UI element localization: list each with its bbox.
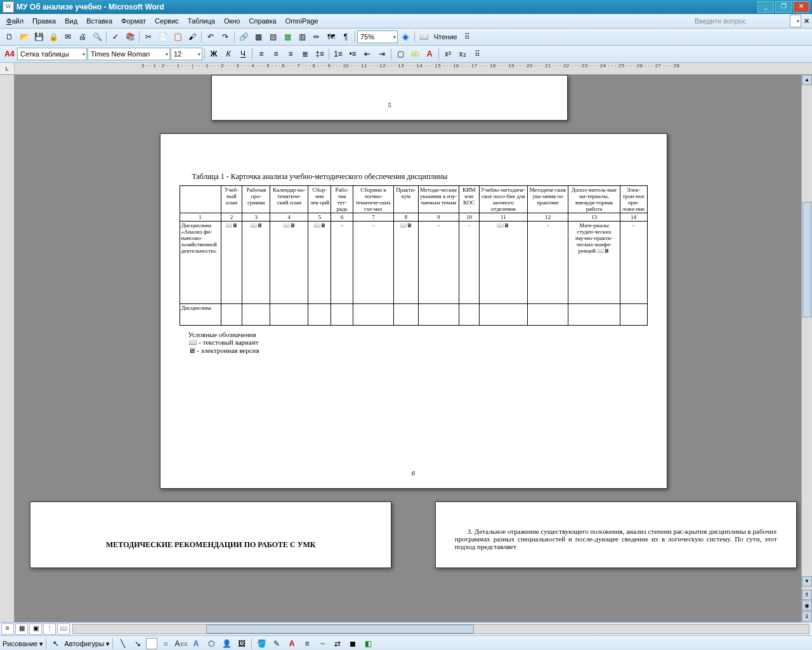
vertical-ruler[interactable] <box>0 75 15 622</box>
subscript-icon[interactable]: x₂ <box>455 47 469 61</box>
arrow-icon[interactable]: ↘ <box>131 637 145 650</box>
tab-selector[interactable]: L <box>0 63 15 74</box>
increase-indent-icon[interactable]: ⇥ <box>375 47 389 61</box>
shadow-icon[interactable]: ◼ <box>346 637 360 650</box>
scroll-thumb[interactable] <box>206 625 474 633</box>
show-marks-icon[interactable]: ¶ <box>339 30 353 44</box>
dash-style-icon[interactable]: ┄ <box>315 637 329 650</box>
select-objects-icon[interactable]: ↖ <box>49 637 63 650</box>
undo-icon[interactable]: ↶ <box>204 30 218 44</box>
line-spacing-icon[interactable]: ‡≡ <box>313 47 327 61</box>
numbered-list-icon[interactable]: 1≡ <box>331 47 345 61</box>
bold-icon[interactable]: Ж <box>207 47 221 61</box>
reading-label[interactable]: Чтение <box>431 33 460 41</box>
menu-view[interactable]: Вид <box>61 16 81 26</box>
bulleted-list-icon[interactable]: •≡ <box>346 47 360 61</box>
minimize-button[interactable]: _ <box>757 1 774 13</box>
close-button[interactable]: ✕ <box>793 1 809 13</box>
toolbar-options-icon[interactable]: ⠿ <box>470 47 484 61</box>
redo-icon[interactable]: ↷ <box>218 30 232 44</box>
print-layout-icon[interactable]: ▣ <box>29 623 42 635</box>
menu-format[interactable]: Формат <box>117 16 150 26</box>
paste-icon[interactable]: 📋 <box>171 30 185 44</box>
underline-icon[interactable]: Ч <box>236 47 250 61</box>
doc-map-icon[interactable]: 🗺 <box>324 30 338 44</box>
scroll-thumb[interactable] <box>802 202 811 317</box>
maximize-button[interactable]: ❐ <box>775 1 792 13</box>
menu-omnipage[interactable]: OmniPage <box>282 16 322 26</box>
picture-icon[interactable]: 🖼 <box>235 637 249 650</box>
menu-help[interactable]: Справка <box>245 16 280 26</box>
align-left-icon[interactable]: ≡ <box>254 47 268 61</box>
menu-tools[interactable]: Сервис <box>151 16 183 26</box>
insert-table-icon[interactable]: ▤ <box>266 30 280 44</box>
fill-color-icon[interactable]: 🪣 <box>254 637 268 650</box>
menu-table[interactable]: Таблица <box>184 16 219 26</box>
menu-file[interactable]: Файл <box>3 16 27 26</box>
document-area[interactable]: 5 Таблица 1 - Карточка анализа учебно-ме… <box>15 75 812 622</box>
ask-question-box[interactable]: Введите вопрос <box>695 17 790 25</box>
menu-edit[interactable]: Правка <box>29 16 60 26</box>
horizontal-ruler[interactable]: 3 · · 1 · 2 · · · 1 · · · | · · · 1 · · … <box>15 63 812 74</box>
autoshapes-menu[interactable]: Автофигуры ▾ <box>64 640 110 648</box>
line-style-icon[interactable]: ≡ <box>300 637 314 650</box>
borders-icon[interactable]: ▢ <box>393 47 407 61</box>
normal-view-icon[interactable]: ≡ <box>1 623 14 635</box>
font-color-icon[interactable]: A <box>285 637 299 650</box>
decrease-indent-icon[interactable]: ⇤ <box>360 47 374 61</box>
save-icon[interactable]: 💾 <box>32 30 46 44</box>
reading-icon[interactable]: 📖 <box>417 30 431 44</box>
wordart-icon[interactable]: A <box>189 637 203 650</box>
help-icon[interactable]: ◉ <box>398 30 412 44</box>
menu-window[interactable]: Окно <box>220 16 244 26</box>
align-center-icon[interactable]: ≡ <box>269 47 283 61</box>
line-color-icon[interactable]: ✎ <box>270 637 284 650</box>
oval-icon[interactable]: ○ <box>159 637 173 650</box>
web-layout-icon[interactable]: ▦ <box>15 623 28 635</box>
styles-pane-icon[interactable]: A4 <box>3 47 16 61</box>
email-icon[interactable]: ✉ <box>61 30 75 44</box>
3d-icon[interactable]: ◧ <box>361 637 375 650</box>
permission-icon[interactable]: 🔒 <box>46 30 60 44</box>
font-color-icon[interactable]: A <box>422 47 436 61</box>
diagram-icon[interactable]: ⬡ <box>204 637 218 650</box>
superscript-icon[interactable]: x² <box>441 47 455 61</box>
drawing-menu[interactable]: Рисование ▾ <box>3 640 43 648</box>
toolbar-options-icon[interactable]: ⠿ <box>461 30 475 44</box>
next-page-icon[interactable]: ⇓ <box>802 611 812 621</box>
cut-icon[interactable]: ✂ <box>141 30 155 44</box>
style-combo[interactable]: Сетка таблицы <box>17 48 87 60</box>
analysis-table[interactable]: Учеб-ный планРабочая про-граммаКалендар-… <box>180 185 648 326</box>
hyperlink-icon[interactable]: 🔗 <box>237 30 251 44</box>
horizontal-scrollbar[interactable] <box>72 624 809 634</box>
scroll-down-icon[interactable]: ▼ <box>802 576 812 587</box>
highlight-icon[interactable]: ab <box>408 47 422 61</box>
excel-icon[interactable]: ▦ <box>280 30 294 44</box>
arrow-style-icon[interactable]: ⇄ <box>331 637 344 650</box>
reading-layout-icon[interactable]: 📖 <box>57 623 70 635</box>
columns-icon[interactable]: ▥ <box>295 30 309 44</box>
print-preview-icon[interactable]: 🔍 <box>90 30 104 44</box>
align-right-icon[interactable]: ≡ <box>284 47 298 61</box>
textbox-icon[interactable]: A▭ <box>174 637 188 650</box>
research-icon[interactable]: 📚 <box>123 30 137 44</box>
vertical-scrollbar[interactable]: ▲ ▼ ⇑ ◉ ⇓ <box>801 75 812 622</box>
italic-icon[interactable]: К <box>221 47 235 61</box>
font-combo[interactable]: Times New Roman <box>88 48 170 60</box>
open-icon[interactable]: 📂 <box>17 30 31 44</box>
print-icon[interactable]: 🖨 <box>75 30 89 44</box>
menu-insert[interactable]: Вставка <box>82 16 116 26</box>
scroll-up-icon[interactable]: ▲ <box>802 75 812 85</box>
line-icon[interactable]: ╲ <box>115 637 129 650</box>
rectangle-icon[interactable] <box>146 638 157 649</box>
zoom-combo[interactable]: 75% <box>357 30 398 43</box>
clipart-icon[interactable]: 👤 <box>219 637 233 650</box>
drawing-icon[interactable]: ✏ <box>310 30 324 44</box>
font-size-combo[interactable]: 12 <box>171 48 202 60</box>
ask-dropdown[interactable] <box>790 15 801 27</box>
spelling-icon[interactable]: ✓ <box>108 30 122 44</box>
tables-borders-icon[interactable]: ▦ <box>251 30 265 44</box>
copy-icon[interactable]: 📄 <box>156 30 170 44</box>
outline-view-icon[interactable]: ⋮ <box>43 623 56 635</box>
close-doc-button[interactable]: ✕ <box>804 17 809 25</box>
